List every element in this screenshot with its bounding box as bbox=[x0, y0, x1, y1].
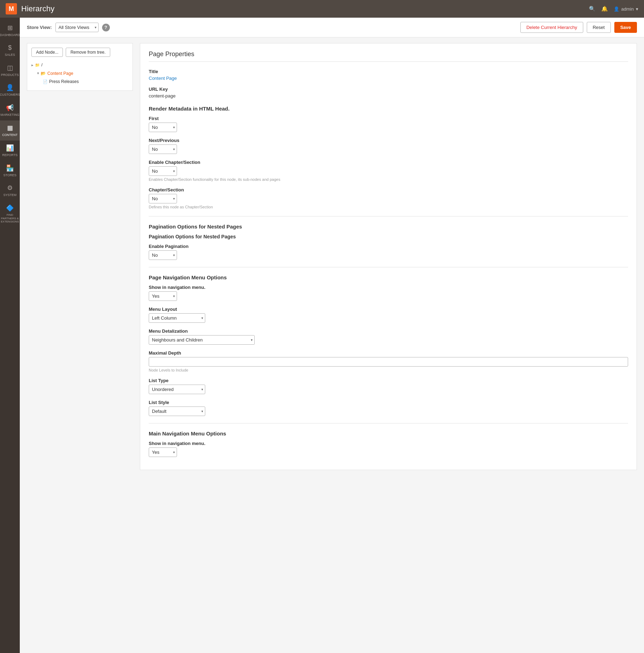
sidebar-item-dashboard[interactable]: ⊞ DASHBOARD bbox=[0, 20, 20, 41]
sidebar-item-reports[interactable]: 📊 REPORTS bbox=[0, 141, 20, 161]
url-key-label: URL Key bbox=[149, 87, 628, 92]
store-select[interactable]: All Store Views bbox=[55, 23, 99, 32]
menu-layout-select[interactable]: Left Column Right Column No Frame bbox=[149, 313, 205, 323]
first-field-group: First No Yes ▾ bbox=[149, 116, 628, 132]
main-show-nav-label: Show in navigation menu. bbox=[149, 441, 628, 446]
tree-expand-icon[interactable]: ▾ bbox=[37, 70, 39, 77]
show-nav-label: Show in navigation menu. bbox=[149, 285, 628, 290]
title-value[interactable]: Content Page bbox=[149, 76, 177, 81]
tree-folder-icon: 📂 bbox=[41, 70, 46, 78]
sidebar-item-label: CUSTOMERS bbox=[0, 93, 20, 97]
partners-icon: 🔷 bbox=[6, 204, 14, 212]
main-show-nav-select[interactable]: Yes No bbox=[149, 447, 177, 457]
remove-from-tree-button[interactable]: Remove from tree. bbox=[66, 48, 110, 57]
tree-press-releases-label: Press Releases bbox=[49, 78, 79, 86]
system-icon: ⚙ bbox=[7, 184, 13, 192]
delete-hierarchy-button[interactable]: Delete Current Hierarchy bbox=[520, 22, 583, 33]
sidebar-item-stores[interactable]: 🏪 STORES bbox=[0, 161, 20, 181]
page-title: Hierarchy bbox=[21, 4, 54, 13]
reset-button[interactable]: Reset bbox=[587, 22, 611, 33]
chapter-section-hint: Enables Chapter/Section functionality fo… bbox=[149, 177, 628, 182]
sidebar-item-marketing[interactable]: 📢 MARKETING bbox=[0, 100, 20, 120]
sidebar-item-content[interactable]: ▦ CONTENT bbox=[0, 120, 20, 141]
admin-user[interactable]: 👤 admin ▾ bbox=[614, 6, 638, 12]
enable-pagination-select[interactable]: No Yes bbox=[149, 250, 177, 260]
add-node-button[interactable]: Add Node... bbox=[31, 48, 63, 57]
tree-root-icon: 📁 bbox=[35, 62, 40, 69]
menu-detail-select[interactable]: Neighbours and Children Children Only Si… bbox=[149, 335, 255, 345]
menu-layout-label: Menu Layout bbox=[149, 307, 628, 312]
main-content: Store View: All Store Views ▾ ? Delete C… bbox=[20, 18, 644, 653]
sidebar-item-label: STORES bbox=[4, 173, 17, 177]
tree-row-root: ▸ 📁 / bbox=[31, 61, 128, 70]
sidebar-item-partners[interactable]: 🔷 FIND PARTNERS & EXTENSIONS bbox=[0, 201, 20, 227]
marketing-icon: 📢 bbox=[6, 104, 14, 112]
max-depth-hint: Node Levels to Include bbox=[149, 368, 628, 372]
content-icon: ▦ bbox=[7, 124, 13, 132]
chapter-define-select[interactable]: No Yes bbox=[149, 194, 177, 203]
admin-label: admin bbox=[621, 6, 634, 12]
show-nav-field-group: Show in navigation menu. Yes No ▾ bbox=[149, 285, 628, 301]
max-depth-input[interactable] bbox=[149, 357, 628, 367]
tree-content-page-link[interactable]: Content Page bbox=[47, 70, 73, 78]
sidebar-item-system[interactable]: ⚙ SYSTEM bbox=[0, 180, 20, 201]
max-depth-label: Maximal Depth bbox=[149, 350, 628, 356]
magento-logo: M bbox=[6, 3, 17, 14]
list-type-field-group: List Type Unordered Ordered ▾ bbox=[149, 378, 628, 394]
page-properties-title: Page Properties bbox=[149, 51, 628, 62]
sidebar-item-label: DASHBOARD bbox=[0, 33, 20, 37]
chapter-define-label: Chapter/Section bbox=[149, 187, 628, 192]
enable-pagination-field-group: Enable Pagination No Yes ▾ bbox=[149, 244, 628, 260]
first-select-wrap: No Yes ▾ bbox=[149, 123, 177, 132]
top-bar-right: 🔍 🔔 👤 admin ▾ bbox=[589, 6, 638, 12]
chapter-section-select[interactable]: No Yes bbox=[149, 166, 177, 176]
first-select[interactable]: No Yes bbox=[149, 123, 177, 132]
sidebar-item-sales[interactable]: $ SALES bbox=[0, 41, 20, 60]
pagination-section-title-1: Pagination Options for Nested Pages bbox=[149, 224, 628, 230]
store-bar: Store View: All Store Views ▾ ? Delete C… bbox=[20, 18, 644, 37]
first-label: First bbox=[149, 116, 628, 121]
sidebar-item-label: REPORTS bbox=[2, 153, 17, 157]
next-prev-field-group: Next/Previous No Yes ▾ bbox=[149, 138, 628, 154]
user-icon: 👤 bbox=[614, 6, 619, 12]
sidebar-item-label: SYSTEM bbox=[3, 193, 16, 197]
layout: ⊞ DASHBOARD $ SALES ◫ PRODUCTS 👤 CUSTOME… bbox=[0, 18, 644, 653]
notification-icon[interactable]: 🔔 bbox=[601, 6, 608, 12]
divider bbox=[149, 267, 628, 267]
dashboard-icon: ⊞ bbox=[7, 24, 13, 32]
chapter-define-hint: Defines this node as Chapter/Section bbox=[149, 205, 628, 209]
tree-row-content-page: ▾ 📂 Content Page bbox=[37, 70, 128, 78]
tree-expand-icon[interactable]: ▸ bbox=[31, 62, 34, 69]
divider bbox=[149, 423, 628, 423]
show-nav-select-wrap: Yes No ▾ bbox=[149, 291, 177, 301]
sidebar-item-label: MARKETING bbox=[0, 113, 19, 117]
enable-pagination-select-wrap: No Yes ▾ bbox=[149, 250, 177, 260]
menu-detail-field-group: Menu Detalization Neighbours and Childre… bbox=[149, 328, 628, 345]
top-bar-left: M Hierarchy bbox=[6, 3, 54, 14]
store-bar-right: Delete Current Hierarchy Reset Save bbox=[520, 22, 637, 33]
reports-icon: 📊 bbox=[6, 144, 14, 152]
title-label: Title bbox=[149, 69, 628, 74]
store-view-label: Store View: bbox=[27, 25, 52, 30]
top-bar: M Hierarchy 🔍 🔔 👤 admin ▾ bbox=[0, 0, 644, 18]
tree-root-label: / bbox=[41, 61, 42, 69]
tree-row-press-releases: 📄 Press Releases bbox=[43, 78, 128, 86]
main-show-nav-field-group: Show in navigation menu. Yes No ▾ bbox=[149, 441, 628, 457]
search-icon[interactable]: 🔍 bbox=[589, 6, 596, 12]
store-select-wrap: All Store Views ▾ bbox=[55, 23, 99, 32]
menu-detail-select-wrap: Neighbours and Children Children Only Si… bbox=[149, 335, 255, 345]
save-button[interactable]: Save bbox=[614, 22, 637, 33]
help-icon[interactable]: ? bbox=[102, 24, 110, 31]
list-type-label: List Type bbox=[149, 378, 628, 383]
list-style-select[interactable]: Default Disc Circle Square bbox=[149, 406, 205, 416]
tree-indent-1: ▾ 📂 Content Page bbox=[37, 70, 128, 78]
list-type-select-wrap: Unordered Ordered ▾ bbox=[149, 385, 205, 394]
show-nav-select[interactable]: Yes No bbox=[149, 291, 177, 301]
chapter-define-field-group: Chapter/Section No Yes ▾ Defines this no… bbox=[149, 187, 628, 209]
sidebar-item-products[interactable]: ◫ PRODUCTS bbox=[0, 60, 20, 81]
next-prev-select[interactable]: No Yes bbox=[149, 144, 177, 154]
store-bar-left: Store View: All Store Views ▾ ? bbox=[27, 23, 110, 32]
next-prev-select-wrap: No Yes ▾ bbox=[149, 144, 177, 154]
list-type-select[interactable]: Unordered Ordered bbox=[149, 385, 205, 394]
sidebar-item-customers[interactable]: 👤 CUSTOMERS bbox=[0, 80, 20, 100]
